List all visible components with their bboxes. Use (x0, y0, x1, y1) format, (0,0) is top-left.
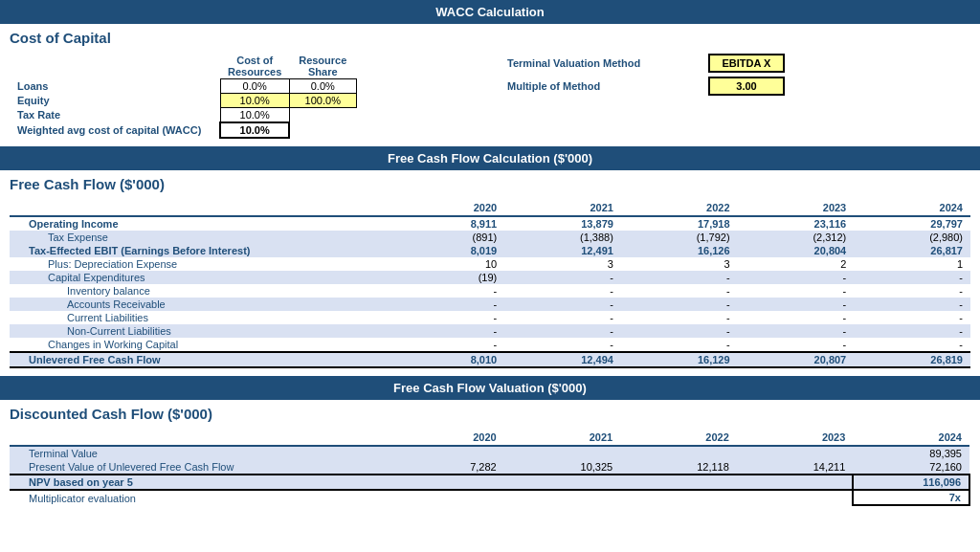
tv-2021 (504, 446, 621, 460)
dep-2020: 10 (389, 257, 505, 271)
inv-2020: - (389, 284, 505, 298)
wacc-header: WACC Calculation (0, 0, 980, 24)
inv-2021: - (504, 284, 621, 298)
val-label-header (10, 430, 388, 446)
equity-cost[interactable]: 10.0% (220, 94, 289, 108)
loans-label: Loans (10, 79, 220, 94)
tv-2020 (388, 446, 504, 460)
ulfcf-2020: 8,010 (389, 352, 505, 367)
ncl-2022: - (621, 324, 738, 338)
val-content: 2020 2021 2022 2023 2024 Terminal Value … (0, 426, 980, 514)
val-title: Discounted Cash Flow ($'000) (0, 400, 980, 426)
fcf-row-operating-income: Operating Income 8,911 13,879 17,918 23,… (10, 216, 970, 231)
val-year-2020: 2020 (388, 430, 504, 446)
wc-label: Changes in Working Capital (10, 338, 389, 352)
ebit-2021: 12,491 (504, 244, 621, 257)
fcf-year-header-row: 2020 2021 2022 2023 2024 (10, 200, 970, 216)
val-year-2024: 2024 (853, 430, 969, 446)
terminal-valuation-value[interactable]: EBITDA X (708, 54, 785, 73)
fcf-year-2020: 2020 (389, 200, 505, 216)
wacc-content: Cost ofResources ResourceShare Loans 0.0… (0, 50, 980, 146)
pvulfcf-2023: 14,211 (737, 460, 854, 475)
multiple-of-method-value[interactable]: 3.00 (708, 77, 785, 96)
ebit-2020: 8,019 (389, 244, 505, 257)
npv-2024: 116,096 (853, 475, 969, 490)
fcf-year-2021: 2021 (504, 200, 621, 216)
cl-2020: - (389, 311, 505, 324)
multiple-of-method-row: Multiple of Method 3.00 (507, 77, 785, 96)
ebit-2023: 20,804 (738, 244, 855, 257)
tv-2022 (620, 446, 737, 460)
ebit-label: Tax-Effected EBIT (Earnings Before Inter… (10, 244, 389, 257)
npv-label: NPV based on year 5 (10, 475, 388, 490)
wacc-row-wacc: Weighted avg cost of capital (WACC) 10.0… (10, 122, 356, 138)
te-2023: (2,312) (738, 231, 855, 244)
ar-2021: - (504, 298, 621, 311)
npv-2022 (620, 475, 737, 490)
wacc-right: Terminal Valuation Method EBITDA X Multi… (507, 54, 785, 96)
val-row-npv: NPV based on year 5 116,096 (10, 475, 969, 490)
pvulfcf-2020: 7,282 (388, 460, 504, 475)
cl-2023: - (738, 311, 855, 324)
te-2021: (1,388) (504, 231, 621, 244)
tax-cost[interactable]: 10.0% (220, 108, 289, 123)
cl-2022: - (621, 311, 738, 324)
loans-cost[interactable]: 0.0% (220, 79, 289, 94)
fcf-row-working-capital: Changes in Working Capital - - - - - (10, 338, 970, 352)
pvulfcf-label: Present Value of Unlevered Free Cash Flo… (10, 460, 388, 475)
te-2020: (891) (389, 231, 505, 244)
oi-2022: 17,918 (621, 216, 738, 231)
depreciation-label: Plus: Depreciation Expense (10, 257, 389, 271)
val-header: Free Cash Flow Valuation ($'000) (0, 376, 980, 400)
terminal-valuation-label: Terminal Valuation Method (507, 57, 699, 69)
ncl-2021: - (504, 324, 621, 338)
inv-2023: - (738, 284, 855, 298)
cl-2021: - (504, 311, 621, 324)
oi-2020: 8,911 (389, 216, 505, 231)
equity-share[interactable]: 100.0% (289, 94, 356, 108)
mult-2022 (620, 490, 737, 505)
capex-2023: - (738, 271, 855, 284)
npv-2023 (737, 475, 854, 490)
val-row-pv-ulfcf: Present Value of Unlevered Free Cash Flo… (10, 460, 969, 475)
wacc-value[interactable]: 10.0% (220, 122, 289, 138)
mult-2024: 7x (853, 490, 969, 505)
oi-2024: 29,797 (854, 216, 970, 231)
dep-2021: 3 (504, 257, 621, 271)
fcf-label-header (10, 200, 389, 216)
tax-expense-label: Tax Expense (10, 231, 389, 244)
dep-2024: 1 (854, 257, 970, 271)
fcf-year-2022: 2022 (621, 200, 738, 216)
inv-2024: - (854, 284, 970, 298)
capex-2022: - (621, 271, 738, 284)
ncl-label: Non-Current Liabilities (10, 324, 389, 338)
ncl-2024: - (854, 324, 970, 338)
cl-label: Current Liabilities (10, 311, 389, 324)
wacc-row-loans: Loans 0.0% 0.0% (10, 79, 356, 94)
fcf-row-depreciation: Plus: Depreciation Expense 10 3 3 2 1 (10, 257, 970, 271)
loans-share[interactable]: 0.0% (289, 79, 356, 94)
capex-label: Capital Expenditures (10, 271, 389, 284)
ebit-2024: 26,817 (854, 244, 970, 257)
fcf-year-2023: 2023 (738, 200, 855, 216)
fcf-year-2024: 2024 (854, 200, 970, 216)
ncl-2020: - (389, 324, 505, 338)
tax-share-empty (289, 108, 356, 123)
ulfcf-2021: 12,494 (504, 352, 621, 367)
wc-2021: - (504, 338, 621, 352)
ncl-2023: - (738, 324, 855, 338)
cost-of-capital-title: Cost of Capital (0, 24, 980, 50)
tv-2024: 89,395 (853, 446, 969, 460)
mult-2021 (504, 490, 621, 505)
oi-2021: 13,879 (504, 216, 621, 231)
terminal-valuation-row: Terminal Valuation Method EBITDA X (507, 54, 785, 73)
val-table: 2020 2021 2022 2023 2024 Terminal Value … (10, 430, 970, 506)
npv-2020 (388, 475, 504, 490)
val-row-multiplicator: Multiplicator evaluation 7x (10, 490, 969, 505)
ar-2023: - (738, 298, 855, 311)
fcf-header: Free Cash Flow Calculation ($'000) (0, 146, 980, 170)
val-year-2023: 2023 (737, 430, 854, 446)
capex-2024: - (854, 271, 970, 284)
fcf-row-tax-effected-ebit: Tax-Effected EBIT (Earnings Before Inter… (10, 244, 970, 257)
fcf-content: 2020 2021 2022 2023 2024 Operating Incom… (0, 196, 980, 376)
